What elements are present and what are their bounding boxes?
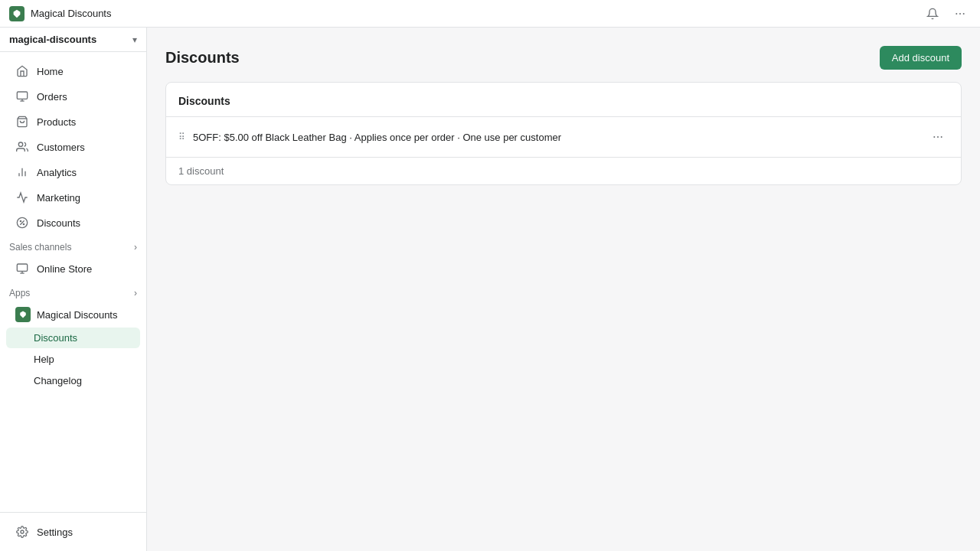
svg-point-20 xyxy=(937,136,939,138)
sidebar-subitem-changelog[interactable]: Changelog xyxy=(6,370,140,391)
sidebar-item-settings[interactable]: Settings xyxy=(6,520,140,544)
sidebar-item-label-marketing: Marketing xyxy=(37,192,80,204)
svg-rect-3 xyxy=(17,92,27,99)
settings-icon xyxy=(15,525,29,539)
sidebar-item-magical-discounts[interactable]: Magical Discounts xyxy=(6,302,140,327)
card-title: Discounts xyxy=(178,95,230,107)
more-options-icon[interactable] xyxy=(949,3,971,24)
topbar-left: Magical Discounts xyxy=(9,6,112,21)
topbar-right xyxy=(922,3,971,24)
sidebar-item-customers[interactable]: Customers xyxy=(6,135,140,159)
svg-point-18 xyxy=(21,530,24,533)
sidebar: magical-discounts ▾ Home Orders xyxy=(0,28,147,551)
sidebar-item-label-products: Products xyxy=(37,116,76,128)
sidebar-item-label-customers: Customers xyxy=(37,142,85,153)
sidebar-item-label-analytics: Analytics xyxy=(37,167,77,178)
sidebar-item-online-store[interactable]: Online Store xyxy=(6,256,140,281)
svg-point-21 xyxy=(941,136,942,138)
magical-discounts-app-icon xyxy=(15,307,31,322)
layout: magical-discounts ▾ Home Orders xyxy=(0,28,980,551)
discount-more-button[interactable] xyxy=(927,126,949,148)
sales-channels-label: Sales channels xyxy=(9,242,71,253)
add-discount-button[interactable]: Add discount xyxy=(880,46,962,70)
sidebar-item-label-settings: Settings xyxy=(37,527,73,538)
analytics-icon xyxy=(15,165,29,179)
sidebar-item-label-magical-discounts: Magical Discounts xyxy=(37,309,118,321)
topbar-title: Magical Discounts xyxy=(31,8,112,19)
orders-icon xyxy=(15,90,29,103)
sidebar-subitem-label-help: Help xyxy=(34,354,54,365)
sidebar-subitem-label-discounts: Discounts xyxy=(34,332,77,344)
sidebar-item-orders[interactable]: Orders xyxy=(6,84,140,109)
discounts-icon xyxy=(15,216,29,230)
bell-icon[interactable] xyxy=(922,3,943,24)
sidebar-subitem-discounts[interactable]: Discounts xyxy=(6,328,140,348)
svg-point-13 xyxy=(20,220,21,221)
svg-point-7 xyxy=(18,142,22,146)
sidebar-item-label-discounts: Discounts xyxy=(37,217,80,229)
discount-actions xyxy=(927,126,949,148)
card-footer: 1 discount xyxy=(166,158,961,184)
svg-point-1 xyxy=(959,13,961,15)
apps-label: Apps xyxy=(9,288,30,298)
sidebar-subitem-help[interactable]: Help xyxy=(6,349,140,370)
products-icon xyxy=(15,115,29,129)
discounts-card: Discounts ⠿ 5OFF: $5.00 off Black Leathe… xyxy=(165,82,962,185)
sidebar-item-label-online-store: Online Store xyxy=(37,263,92,275)
marketing-icon xyxy=(15,191,29,204)
svg-point-19 xyxy=(933,136,935,138)
svg-point-14 xyxy=(23,223,24,224)
online-store-icon xyxy=(15,262,29,276)
sales-channels-header[interactable]: Sales channels › xyxy=(0,236,146,256)
store-selector[interactable]: magical-discounts ▾ xyxy=(0,28,146,52)
page-title: Discounts xyxy=(165,49,240,67)
discount-text: 5OFF: $5.00 off Black Leather Bag · Appl… xyxy=(193,132,561,143)
sidebar-nav: Home Orders Products xyxy=(0,52,146,512)
sidebar-footer: Settings xyxy=(0,512,146,551)
main-content: Discounts Add discount Discounts ⠿ 5OFF:… xyxy=(147,28,980,551)
sales-channels-chevron: › xyxy=(134,242,137,253)
card-header: Discounts xyxy=(166,83,961,117)
sidebar-item-label-orders: Orders xyxy=(37,91,67,103)
sidebar-item-products[interactable]: Products xyxy=(6,109,140,134)
sidebar-item-discounts[interactable]: Discounts xyxy=(6,210,140,235)
svg-rect-15 xyxy=(17,264,27,271)
app-icon xyxy=(9,6,24,21)
sidebar-item-label-home: Home xyxy=(37,66,64,77)
sidebar-subitem-label-changelog: Changelog xyxy=(34,375,82,386)
discount-left: ⠿ 5OFF: $5.00 off Black Leather Bag · Ap… xyxy=(178,132,561,143)
store-name: magical-discounts xyxy=(9,34,96,45)
home-icon xyxy=(15,64,29,78)
apps-header[interactable]: Apps › xyxy=(0,282,146,302)
discount-count: 1 discount xyxy=(178,165,224,177)
sidebar-item-home[interactable]: Home xyxy=(6,59,140,83)
sidebar-item-marketing[interactable]: Marketing xyxy=(6,185,140,210)
apps-chevron: › xyxy=(134,288,137,298)
topbar: Magical Discounts xyxy=(0,0,980,28)
store-selector-chevron: ▾ xyxy=(132,34,137,45)
customers-icon xyxy=(15,140,29,154)
discount-row: ⠿ 5OFF: $5.00 off Black Leather Bag · Ap… xyxy=(166,117,961,158)
drag-handle-icon[interactable]: ⠿ xyxy=(178,132,185,142)
page-header: Discounts Add discount xyxy=(165,46,962,70)
sidebar-item-analytics[interactable]: Analytics xyxy=(6,160,140,184)
svg-point-0 xyxy=(956,13,957,15)
svg-point-2 xyxy=(963,13,965,15)
